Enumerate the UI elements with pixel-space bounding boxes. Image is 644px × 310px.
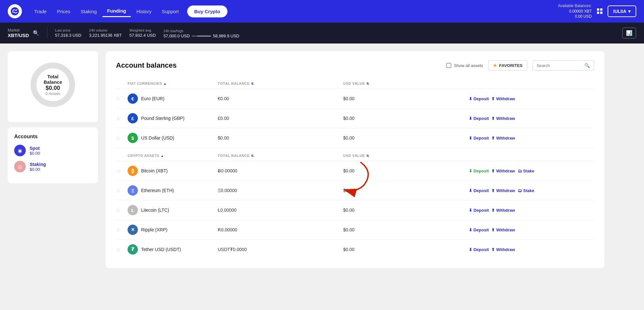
gbp-usd: $0.00 — [343, 116, 468, 121]
search-input[interactable] — [537, 63, 582, 68]
nav-prices[interactable]: Prices — [53, 6, 75, 17]
high-value: 58,989.9 USD — [213, 34, 239, 38]
xrp-withdraw-button[interactable]: ⬆ Withdraw — [491, 228, 515, 232]
low-value: 57,000.0 USD — [163, 34, 190, 38]
account-staking[interactable]: ◎ Staking $0.00 — [14, 161, 91, 172]
usd-withdraw-button[interactable]: ⬆ Withdraw — [491, 136, 515, 140]
eth-balance: Ξ0.00000 — [218, 188, 343, 193]
usd-deposit-button[interactable]: ⬇ Deposit — [469, 136, 489, 140]
gbp-withdraw-button[interactable]: ⬆ Withdraw — [491, 116, 515, 121]
balance-card: Total Balance $0.00 0 Assets — [8, 51, 98, 122]
market-search-button[interactable]: 🔍 — [33, 30, 39, 36]
gbp-icon: £ — [128, 113, 138, 123]
last-price-stat: Last price 57,318.3 USD — [55, 28, 82, 38]
favorite-star-eth[interactable]: ☆ — [116, 188, 128, 194]
nav-support[interactable]: Support — [157, 6, 183, 17]
fiat-usd-sort-icon[interactable]: ⇅ — [366, 82, 369, 85]
nav-staking[interactable]: Staking — [76, 6, 101, 17]
staking-balance: $0.00 — [30, 167, 46, 172]
volume-value: 3,221.95136 XBT — [89, 33, 122, 38]
deposit-icon: ⬇ — [469, 136, 472, 140]
gbp-deposit-button[interactable]: ⬇ Deposit — [469, 116, 489, 121]
eth-usd: $0.00 — [343, 188, 468, 193]
fiat-sort-icon[interactable]: ▲ — [163, 82, 167, 85]
eth-deposit-button[interactable]: ⬇ Deposit — [469, 188, 489, 193]
user-name: IULIIA — [613, 9, 626, 14]
fiat-balance-col: Total balance ⇅ — [218, 82, 343, 85]
last-price-label: Last price — [55, 28, 82, 32]
ltc-usd: $0.00 — [343, 208, 468, 213]
deposit-icon: ⬇ — [469, 96, 472, 101]
search-icon: 🔍 — [584, 63, 590, 68]
favorite-star-xrp[interactable]: ☆ — [116, 227, 128, 233]
main-content: Total Balance $0.00 0 Assets Accounts ◉ … — [0, 44, 612, 276]
withdraw-icon: ⬆ — [491, 136, 495, 140]
xrp-usd: $0.00 — [343, 227, 468, 232]
favorite-star-eur[interactable]: ☆ — [116, 96, 128, 102]
volume-stat: 24h volume 3,221.95136 XBT — [89, 28, 122, 38]
xbt-deposit-button[interactable]: ⬇ Deposit — [469, 169, 489, 173]
eur-balance: €0.00 — [218, 96, 343, 101]
ltc-deposit-button[interactable]: ⬇ Deposit — [469, 208, 489, 213]
favorites-label: FAVORITES — [499, 63, 523, 68]
crypto-balance-col: Total balance ⇅ — [218, 154, 343, 158]
favorite-star-usdt[interactable]: ☆ — [116, 247, 128, 253]
nav-history[interactable]: History — [132, 6, 156, 17]
buy-crypto-button[interactable]: Buy Crypto — [187, 5, 227, 17]
xbt-withdraw-button[interactable]: ⬆ Withdraw — [491, 169, 515, 173]
nav-trade[interactable]: Trade — [30, 6, 51, 17]
usdt-withdraw-button[interactable]: ⬆ Withdraw — [491, 247, 515, 252]
right-panel: Account balances Show all assets ★ FAVOR… — [106, 51, 604, 268]
table-row: ☆ £ Pound Sterling (GBP) £0.00 $0.00 ⬇ D… — [116, 109, 594, 128]
table-row: ☆ Ł Litecoin (LTC) Ł0.00000 $0.00 ⬇ Depo… — [116, 200, 594, 220]
balance-xbt: 0.00000 XBT — [569, 9, 591, 14]
nav-links: Trade Prices Staking Funding History Sup… — [30, 5, 555, 17]
user-menu-button[interactable]: IULIIA ▾ — [608, 5, 636, 17]
eth-withdraw-button[interactable]: ⬆ Withdraw — [491, 188, 515, 193]
withdraw-icon: ⬆ — [491, 208, 495, 213]
usdt-deposit-button[interactable]: ⬇ Deposit — [469, 247, 489, 252]
eth-name: Ethereum (ETH) — [141, 188, 174, 193]
table-row: ☆ ✕ Ripple (XRP) Ɍ0.00000 $0.00 ⬇ Deposi… — [116, 220, 594, 240]
deposit-green-icon: ⬇ — [469, 169, 472, 173]
favorite-star-ltc[interactable]: ☆ — [116, 207, 128, 213]
eur-deposit-button[interactable]: ⬇ Deposit — [469, 96, 489, 101]
table-row: ☆ € Euro (EUR) €0.00 $0.00 ⬇ Deposit ⬆ W… — [116, 89, 594, 109]
ltc-withdraw-button[interactable]: ⬆ Withdraw — [491, 208, 515, 213]
nav-right: Available Balances: 0.00000 XBT 0.00 USD… — [558, 3, 636, 19]
logo[interactable] — [8, 4, 22, 18]
eth-stake-button[interactable]: 🗂 Stake — [518, 188, 534, 193]
grid-icon[interactable] — [597, 8, 602, 14]
favorite-star-usd[interactable]: ☆ — [116, 135, 128, 141]
gbp-actions: ⬇ Deposit ⬆ Withdraw — [469, 116, 594, 121]
crypto-label: CRYPTO ASSETS ▲ — [128, 154, 218, 158]
chart-button[interactable]: 📊 — [622, 27, 636, 39]
eur-actions: ⬇ Deposit ⬆ Withdraw — [469, 96, 594, 101]
crypto-usd-col: USD value ⇅ — [343, 154, 468, 158]
usdt-balance: USDT₮0.0000 — [218, 247, 343, 252]
xrp-deposit-button[interactable]: ⬇ Deposit — [469, 228, 489, 232]
market-label: Market — [8, 28, 29, 33]
eur-withdraw-button[interactable]: ⬆ Withdraw — [491, 96, 515, 101]
left-panel: Total Balance $0.00 0 Assets Accounts ◉ … — [8, 51, 98, 268]
nav-funding[interactable]: Funding — [102, 5, 130, 17]
show-all-checkbox[interactable] — [446, 63, 451, 68]
xbt-stake-button[interactable]: 🗂 Stake — [518, 169, 534, 173]
favorite-star-gbp[interactable]: ☆ — [116, 115, 128, 121]
fiat-balance-sort-icon[interactable]: ⇅ — [251, 82, 254, 85]
xbt-balance: Ƀ0.00000 — [218, 168, 343, 173]
deposit-icon: ⬇ — [469, 188, 472, 193]
crypto-balance-sort-icon[interactable]: ⇅ — [251, 154, 254, 158]
range-track — [192, 35, 211, 37]
ltc-balance: Ł0.00000 — [218, 208, 343, 213]
withdraw-icon: ⬆ — [491, 169, 495, 173]
show-all-assets[interactable]: Show all assets — [446, 63, 483, 68]
account-spot[interactable]: ◉ Spot $0.00 — [14, 145, 91, 156]
favorites-button[interactable]: ★ FAVORITES — [488, 60, 527, 71]
table-row: ☆ ₮ Tether USD (USDT) USDT₮0.0000 $0.00 … — [116, 240, 594, 259]
volume-label: 24h volume — [89, 28, 122, 32]
crypto-sort-icon[interactable]: ▲ — [160, 154, 164, 158]
eur-name: Euro (EUR) — [141, 96, 164, 101]
crypto-usd-sort-icon[interactable]: ⇅ — [366, 154, 369, 158]
favorite-star-xbt[interactable]: ☆ — [116, 168, 128, 174]
